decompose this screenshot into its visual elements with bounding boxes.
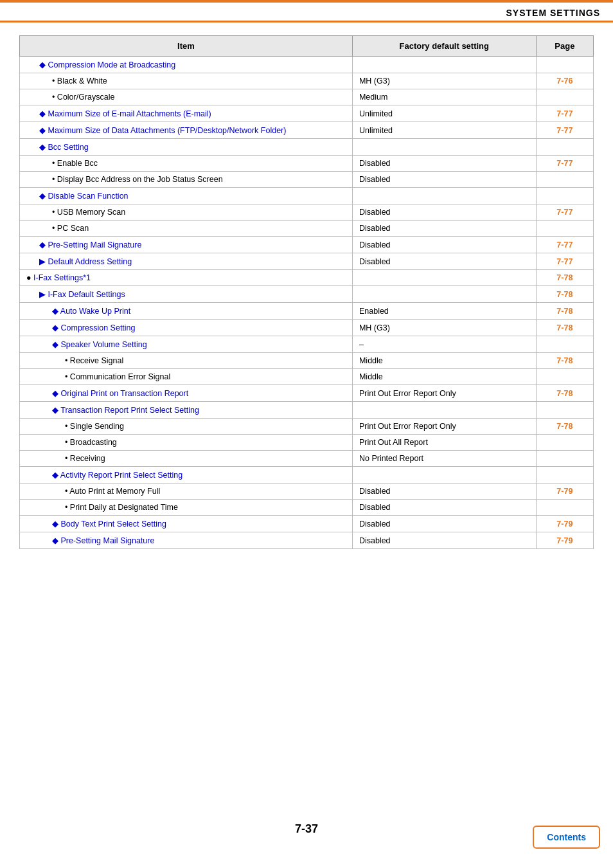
triangle-icon: ▶	[39, 290, 48, 299]
diamond-icon: ◆	[39, 109, 48, 118]
bullet-icon: •	[52, 224, 57, 233]
table-cell-default: Disabled	[352, 253, 536, 270]
diamond-icon: ◆	[39, 192, 48, 201]
page-link[interactable]: 7-78	[556, 389, 573, 398]
item-label: I-Fax Settings*1	[33, 273, 91, 282]
item-label: I-Fax Default Settings	[48, 290, 125, 299]
item-label: Black & White	[57, 77, 107, 86]
page-link[interactable]: 7-78	[556, 422, 573, 431]
table-cell-item: • Black & White	[20, 73, 353, 89]
table-row: ◆ Bcc Setting	[20, 139, 594, 156]
item-label: Display Bcc Address on the Job Status Sc…	[57, 175, 223, 184]
table-row: ◆ Auto Wake Up PrintEnabled7-78	[20, 303, 594, 320]
table-row: • Enable BccDisabled7-77	[20, 156, 594, 172]
table-cell-page: 7-79	[536, 484, 593, 500]
table-row: ▶ I-Fax Default Settings7-78	[20, 286, 594, 303]
item-label: Activity Report Print Select Setting	[60, 471, 182, 480]
table-cell-page: 7-78	[536, 419, 593, 435]
page-title: SYSTEM SETTINGS	[506, 8, 600, 18]
table-cell-item: ◆ Pre-Setting Mail Signature	[20, 237, 353, 253]
table-cell-default: Enabled	[352, 303, 536, 320]
table-cell-default: Print Out All Report	[352, 435, 536, 451]
table-cell-item: ◆ Compression Mode at Broadcasting	[20, 57, 353, 73]
table-cell-default: MH (G3)	[352, 320, 536, 336]
table-cell-item: ◆ Pre-Setting Mail Signature	[20, 532, 353, 549]
bullet-icon: •	[52, 159, 57, 168]
table-cell-default: No Printed Report	[352, 451, 536, 467]
contents-button[interactable]: Contents	[533, 826, 600, 849]
page-link[interactable]: 7-76	[556, 77, 573, 86]
table-cell-item: • Communication Error Signal	[20, 369, 353, 385]
item-label: Print Daily at Designated Time	[70, 503, 178, 512]
diamond-icon: ◆	[52, 340, 60, 349]
table-cell-page	[536, 500, 593, 516]
page-link[interactable]: 7-77	[556, 240, 573, 249]
table-row: • PC ScanDisabled	[20, 221, 594, 237]
table-cell-default: Disabled	[352, 172, 536, 188]
item-label: Speaker Volume Setting	[60, 340, 147, 349]
main-content: Item Factory default setting Page ◆ Comp…	[0, 23, 613, 562]
table-cell-default	[352, 402, 536, 419]
circle-icon: ●	[26, 273, 33, 282]
table-row: • Black & WhiteMH (G3)7-76	[20, 73, 594, 89]
page-link[interactable]: 7-78	[556, 356, 573, 365]
page-link[interactable]: 7-78	[556, 290, 573, 299]
page-link[interactable]: 7-77	[556, 159, 573, 168]
table-row: ◆ Body Text Print Select SettingDisabled…	[20, 516, 594, 532]
table-cell-page	[536, 188, 593, 204]
footer: 7-37	[0, 822, 613, 836]
item-label: Auto Wake Up Print	[60, 307, 130, 316]
contents-link[interactable]: Contents	[547, 832, 586, 842]
table-cell-page: 7-77	[536, 237, 593, 253]
page-link[interactable]: 7-77	[556, 126, 573, 135]
diamond-icon: ◆	[52, 323, 60, 332]
page-header: SYSTEM SETTINGS	[0, 3, 613, 23]
table-cell-default: Disabled	[352, 500, 536, 516]
page-link[interactable]: 7-79	[556, 487, 573, 496]
table-cell-default	[352, 270, 536, 286]
bullet-icon: •	[52, 77, 57, 86]
table-cell-page	[536, 402, 593, 419]
table-row: • Communication Error SignalMiddle	[20, 369, 594, 385]
table-cell-item: • Enable Bcc	[20, 156, 353, 172]
page-link[interactable]: 7-77	[556, 257, 573, 266]
page-link[interactable]: 7-78	[556, 323, 573, 332]
table-row: • Receive SignalMiddle7-78	[20, 353, 594, 369]
table-cell-item: • PC Scan	[20, 221, 353, 237]
table-row: • Print Daily at Designated TimeDisabled	[20, 500, 594, 516]
table-cell-item: • Receive Signal	[20, 353, 353, 369]
item-label: USB Memory Scan	[57, 208, 125, 217]
table-cell-page: 7-78	[536, 286, 593, 303]
table-row: • ReceivingNo Printed Report	[20, 451, 594, 467]
item-label: Enable Bcc	[57, 159, 98, 168]
bullet-icon: •	[65, 503, 70, 512]
table-cell-page	[536, 451, 593, 467]
page-link[interactable]: 7-79	[556, 520, 573, 529]
item-label: Single Sending	[70, 422, 124, 431]
table-cell-default: Unlimited	[352, 122, 536, 139]
triangle-icon: ▶	[39, 257, 48, 266]
col-header-default: Factory default setting	[352, 36, 536, 57]
table-cell-default: Middle	[352, 353, 536, 369]
table-cell-default: MH (G3)	[352, 73, 536, 89]
table-row: ◆ Compression Mode at Broadcasting	[20, 57, 594, 73]
page-link[interactable]: 7-78	[556, 307, 573, 316]
table-cell-default: Print Out Error Report Only	[352, 385, 536, 402]
item-label: Transaction Report Print Select Setting	[60, 406, 199, 415]
diamond-icon: ◆	[52, 471, 60, 480]
table-cell-default: Disabled	[352, 221, 536, 237]
page-link[interactable]: 7-77	[556, 109, 573, 118]
page-link[interactable]: 7-78	[556, 273, 573, 282]
table-cell-default	[352, 467, 536, 484]
page-link[interactable]: 7-79	[556, 536, 573, 545]
page-link[interactable]: 7-77	[556, 208, 573, 217]
table-cell-page	[536, 221, 593, 237]
bullet-icon: •	[65, 356, 70, 365]
table-cell-default: Disabled	[352, 516, 536, 532]
item-label: Default Address Setting	[48, 257, 132, 266]
table-cell-page	[536, 57, 593, 73]
table-cell-page: 7-78	[536, 270, 593, 286]
diamond-icon: ◆	[52, 520, 60, 529]
bullet-icon: •	[65, 372, 70, 381]
table-cell-page: 7-77	[536, 156, 593, 172]
